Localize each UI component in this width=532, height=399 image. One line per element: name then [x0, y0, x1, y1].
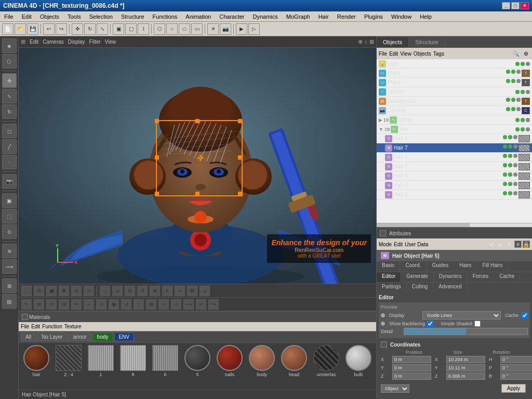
toolbar-camera[interactable]: 📷: [220, 23, 231, 35]
menu-structure[interactable]: Structure: [117, 12, 149, 21]
hair-tab-dynamics[interactable]: Dynamics: [434, 272, 468, 282]
obj-menu-edit[interactable]: Edit: [389, 51, 398, 57]
minimize-button[interactable]: _: [502, 2, 510, 9]
tb2-12[interactable]: ≡: [162, 285, 173, 297]
lt-select2[interactable]: ⬚: [2, 209, 17, 223]
mat-color-6[interactable]: [152, 345, 178, 371]
toolbar-render-view[interactable]: ▷: [248, 23, 260, 35]
mat-color-nails[interactable]: [217, 345, 243, 371]
obj-item-hair4[interactable]: ≋ Hair 4: [377, 171, 532, 181]
hair-tab-basic[interactable]: Basic: [377, 261, 400, 272]
cache-checkbox[interactable]: [522, 312, 528, 318]
mat-menu-texture[interactable]: Texture: [64, 324, 82, 329]
hair-tab-editor[interactable]: Editor: [377, 272, 401, 282]
lt-move[interactable]: ✜: [2, 73, 17, 88]
obj-item-light[interactable]: 💡 Light: [377, 59, 532, 69]
toolbar-sphere[interactable]: ○: [166, 23, 178, 35]
obj-mode-select[interactable]: Object: [381, 384, 409, 393]
obj-item-hair-parent[interactable]: ▼ 19 ≋ hair: [377, 125, 532, 134]
attr-next-icon[interactable]: ▲: [496, 241, 504, 248]
tb3-13[interactable]: ⊹: [170, 299, 182, 310]
tb3-16[interactable]: ↪: [208, 299, 219, 310]
tb3-7[interactable]: ⊙: [96, 299, 107, 310]
lt-extra2[interactable]: ▤: [2, 294, 17, 309]
menu-dynamics[interactable]: Dynamics: [249, 12, 282, 21]
lt-hair1[interactable]: ≋: [2, 244, 17, 258]
tb3-6[interactable]: ↔: [83, 299, 95, 310]
toolbar-plane[interactable]: ▭: [191, 23, 203, 35]
obj-item-hair7[interactable]: ≋ Hair 7: [377, 162, 532, 171]
lt-rotate[interactable]: ↻: [2, 104, 17, 119]
lt-texture[interactable]: ⬡: [2, 54, 17, 69]
obj-item-hair3[interactable]: ≋ Hair 3: [377, 181, 532, 190]
hair-tab-advanced[interactable]: Advanced: [433, 283, 467, 292]
menu-hair[interactable]: Hair: [314, 12, 333, 21]
mat-color-2-4[interactable]: [56, 345, 82, 371]
menu-animation[interactable]: Animation: [181, 12, 215, 21]
mat-color-8[interactable]: [120, 345, 146, 371]
backfacing-radio[interactable]: [381, 322, 385, 326]
toolbar-open[interactable]: 📂: [15, 23, 26, 35]
mat-tab-all[interactable]: All: [21, 332, 36, 341]
vp-menu-view[interactable]: View: [105, 39, 116, 45]
tb2-6[interactable]: ⊙: [83, 285, 95, 297]
tb3-15[interactable]: ↩: [195, 299, 207, 310]
tb3-9[interactable]: ⊿: [121, 299, 132, 310]
hair-tab-cache[interactable]: Cache: [494, 272, 520, 282]
toolbar-move[interactable]: ✜: [72, 23, 83, 35]
attr-lock-icon[interactable]: 🔒: [523, 241, 530, 248]
coord-x-pos[interactable]: [392, 356, 431, 363]
tb2-8[interactable]: ⊿: [112, 285, 123, 297]
toolbar-new[interactable]: 📄: [2, 23, 14, 35]
mat-color-bulb[interactable]: [345, 345, 371, 371]
apply-button[interactable]: Apply: [501, 384, 526, 393]
attr-list-icon[interactable]: ▼: [505, 241, 513, 248]
tb2-5[interactable]: ≋: [71, 285, 82, 297]
toolbar-light[interactable]: ☀: [207, 23, 219, 35]
tb3-8[interactable]: ◉: [108, 299, 119, 310]
hair-tab-partings[interactable]: Partings: [377, 283, 407, 292]
mat-color-body[interactable]: [249, 345, 275, 371]
lt-select1[interactable]: ▣: [2, 193, 17, 208]
attr-checkbox[interactable]: [380, 230, 386, 236]
obj-scrollbar[interactable]: [377, 223, 532, 227]
tb3-14[interactable]: ⟿: [183, 299, 194, 310]
coord-p-rot[interactable]: [500, 364, 532, 371]
tab-structure[interactable]: Structure: [409, 37, 445, 47]
obj-fold-hair[interactable]: ▼: [379, 127, 383, 132]
toolbar-select-rect[interactable]: ▢: [125, 23, 137, 35]
obj-item-background[interactable]: ▤ Background T: [377, 97, 532, 106]
maximize-button[interactable]: □: [511, 2, 520, 9]
lt-hair2[interactable]: ⟿: [2, 259, 17, 274]
toolbar-render[interactable]: ▶: [236, 23, 247, 35]
toolbar-cylinder[interactable]: ⬭: [179, 23, 190, 35]
obj-filter-icon[interactable]: ⚙: [522, 49, 530, 58]
simple-shaded-checkbox[interactable]: [474, 321, 481, 327]
vp-menu-edit[interactable]: Edit: [30, 39, 38, 45]
tb2-15[interactable]: ⊿: [199, 285, 210, 297]
menu-file[interactable]: File: [0, 12, 18, 21]
obj-item-spline[interactable]: ▶ 19 ∿ spline: [377, 115, 532, 125]
tb3-4[interactable]: ⊞: [58, 299, 70, 310]
obj-item-hair6[interactable]: ≋ Hair 6: [377, 134, 532, 143]
tb3-2[interactable]: ⊕: [33, 299, 45, 310]
obj-item-camera[interactable]: 📷 Camera C: [377, 106, 532, 115]
mat-color-head[interactable]: [281, 345, 307, 371]
menu-window[interactable]: Window: [387, 12, 416, 21]
lt-extra1[interactable]: ⊞: [2, 278, 17, 293]
mat-color-5[interactable]: [184, 345, 210, 371]
obj-menu-file[interactable]: File: [379, 51, 387, 57]
attr-settings-icon[interactable]: ≡: [514, 241, 522, 248]
tb2-4[interactable]: ✱: [58, 285, 70, 297]
mat-checkbox[interactable]: [22, 314, 28, 320]
tb2-13[interactable]: ⊹: [174, 285, 185, 297]
lt-camera[interactable]: 📷: [2, 174, 17, 189]
mat-tab-body[interactable]: body: [92, 332, 113, 341]
mat-tab-env[interactable]: ENV: [114, 332, 135, 341]
mat-menu-function[interactable]: Function: [42, 324, 62, 329]
vp-menu-filter[interactable]: Filter: [89, 39, 101, 45]
menu-character[interactable]: Character: [215, 12, 248, 21]
mat-menu-file[interactable]: File: [21, 324, 29, 329]
coord-x-size[interactable]: [446, 356, 485, 363]
hair-tab-coord[interactable]: Coord.: [400, 261, 427, 272]
